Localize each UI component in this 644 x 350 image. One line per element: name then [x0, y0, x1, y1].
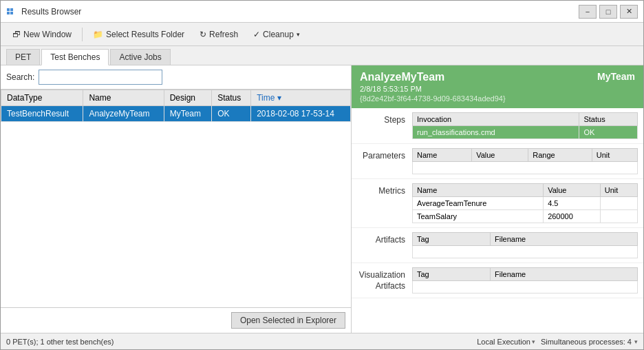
artifacts-table: Tag Filename: [412, 232, 638, 258]
result-guid: {8d2e42bf-3f64-4738-9d09-683434aded94}: [360, 94, 506, 103]
search-bar: Search:: [1, 65, 351, 90]
title-bar: Results Browser − □ ✕: [1, 1, 643, 23]
execution-chevron-icon: ▾: [532, 338, 535, 345]
metrics-row-0[interactable]: AverageTeamTenure 4.5: [413, 197, 638, 210]
cell-time: 2018-02-08 17-53-14: [251, 106, 351, 122]
new-window-button[interactable]: 🗗 New Window: [6, 27, 78, 42]
metrics-row-1[interactable]: TeamSalary 260000: [413, 210, 638, 223]
visualization-artifacts-table: Tag Filename: [412, 267, 638, 294]
tab-pet-label: PET: [15, 52, 31, 62]
cleanup-dropdown-icon: ▾: [297, 31, 300, 38]
artifacts-empty-row: [413, 246, 638, 258]
metrics-table: Name Value Unit AverageTeamTenure 4.5: [412, 183, 638, 223]
col-datatype[interactable]: DataType: [1, 90, 83, 106]
viz-artifacts-col-filename: Filename: [490, 268, 637, 281]
cleanup-button[interactable]: ✓ Cleanup ▾: [247, 27, 306, 42]
refresh-label: Refresh: [209, 30, 238, 39]
params-col-unit: Unit: [592, 149, 637, 162]
metric-name-0: AverageTeamTenure: [413, 197, 544, 210]
artifacts-col-tag: Tag: [413, 233, 491, 246]
select-results-label: Select Results Folder: [106, 30, 184, 39]
tab-test-benches-label: Test Benches: [50, 52, 100, 62]
tab-pet[interactable]: PET: [6, 49, 40, 65]
steps-content: Invocation Status run_classifications.cm…: [412, 112, 638, 139]
metrics-content: Name Value Unit AverageTeamTenure 4.5: [412, 183, 638, 223]
refresh-button[interactable]: ↻ Refresh: [193, 27, 244, 42]
parameters-header-row: Name Value Range Unit: [413, 149, 638, 162]
search-input[interactable]: [39, 70, 162, 85]
tab-bar: PET Test Benches Active Jobs: [1, 46, 643, 65]
steps-section: Steps Invocation Status run_classificati…: [352, 108, 643, 144]
steps-row[interactable]: run_classifications.cmd OK: [413, 126, 638, 139]
tab-test-benches[interactable]: Test Benches: [41, 49, 109, 65]
metrics-col-value: Value: [544, 184, 601, 197]
col-name[interactable]: Name: [83, 90, 164, 106]
result-design: MyTeam: [597, 71, 635, 82]
results-table: DataType Name Design Status Time ▾ TestB…: [1, 90, 351, 122]
title-bar-controls: − □ ✕: [579, 5, 638, 19]
svg-rect-3: [10, 12, 13, 14]
window-icon: [6, 6, 17, 17]
execution-label: Local Execution: [477, 338, 530, 346]
result-title: AnalyzeMyTeam: [360, 71, 506, 83]
col-status[interactable]: Status: [212, 90, 251, 106]
artifacts-section: Artifacts Tag Filename: [352, 228, 643, 263]
toolbar: 🗗 New Window 📁 Select Results Folder ↻ R…: [1, 23, 643, 46]
table-header-row: DataType Name Design Status Time ▾: [1, 90, 351, 106]
cleanup-label: Cleanup: [263, 30, 294, 39]
open-explorer-button[interactable]: Open Selected in Explorer: [231, 312, 345, 329]
artifacts-col-filename: Filename: [490, 233, 637, 246]
steps-header-row: Invocation Status: [413, 113, 638, 126]
right-panel: AnalyzeMyTeam 2/8/18 5:53:15 PM {8d2e42b…: [352, 65, 643, 333]
svg-rect-1: [10, 8, 13, 11]
artifacts-label: Artifacts: [357, 232, 412, 258]
cell-name: AnalyzeMyTeam: [83, 106, 164, 122]
step-invocation: run_classifications.cmd: [413, 126, 579, 139]
close-button[interactable]: ✕: [620, 5, 638, 19]
new-window-label: New Window: [23, 30, 72, 39]
metric-name-1: TeamSalary: [413, 210, 544, 223]
visualization-artifacts-label: VisualizationArtifacts: [357, 267, 412, 294]
visualization-artifacts-content: Tag Filename: [412, 267, 638, 294]
steps-table: Invocation Status run_classifications.cm…: [412, 112, 638, 139]
metric-unit-0: [600, 197, 637, 210]
metric-value-0: 4.5: [544, 197, 601, 210]
select-results-button[interactable]: 📁 Select Results Folder: [87, 27, 191, 42]
metrics-col-name: Name: [413, 184, 544, 197]
table-row[interactable]: TestBenchResult AnalyzeMyTeam MyTeam OK …: [1, 106, 351, 122]
artifacts-header-row: Tag Filename: [413, 233, 638, 246]
main-content: Search: DataType Name Design Status Time…: [1, 65, 643, 333]
refresh-icon: ↻: [200, 30, 206, 39]
folder-icon: 📁: [93, 30, 103, 39]
cell-datatype: TestBenchResult: [1, 106, 83, 122]
result-datetime: 2/8/18 5:53:15 PM: [360, 85, 506, 93]
parameters-table: Name Value Range Unit: [412, 148, 638, 174]
tab-active-jobs-label: Active Jobs: [119, 52, 161, 62]
viz-artifacts-empty-row: [413, 281, 638, 294]
metrics-col-unit: Unit: [600, 184, 637, 197]
processes-dropdown[interactable]: ▾: [634, 338, 638, 345]
metrics-header-row: Name Value Unit: [413, 184, 638, 197]
parameters-label: Parameters: [357, 148, 412, 174]
execution-dropdown[interactable]: Local Execution ▾: [477, 338, 535, 346]
cell-design: MyTeam: [164, 106, 212, 122]
metrics-section: Metrics Name Value Unit AverageT: [352, 179, 643, 228]
status-right: Local Execution ▾ Simultaneous processes…: [477, 338, 638, 346]
search-label: Search:: [6, 72, 34, 82]
metrics-label: Metrics: [357, 183, 412, 223]
col-time[interactable]: Time ▾: [251, 90, 351, 106]
step-status: OK: [579, 126, 638, 139]
steps-col-invocation: Invocation: [413, 113, 579, 126]
svg-rect-2: [7, 12, 10, 14]
window-title: Results Browser: [21, 7, 81, 17]
main-window: Results Browser − □ ✕ 🗗 New Window 📁 Sel…: [0, 0, 644, 350]
cell-status: OK: [212, 106, 251, 122]
minimize-button[interactable]: −: [579, 5, 597, 19]
title-bar-left: Results Browser: [6, 6, 81, 17]
col-design[interactable]: Design: [164, 90, 212, 106]
result-header-left: AnalyzeMyTeam 2/8/18 5:53:15 PM {8d2e42b…: [360, 71, 506, 103]
maximize-button[interactable]: □: [599, 5, 617, 19]
artifacts-content: Tag Filename: [412, 232, 638, 258]
processes-label: Simultaneous processes: 4: [541, 338, 632, 346]
tab-active-jobs[interactable]: Active Jobs: [110, 49, 170, 65]
